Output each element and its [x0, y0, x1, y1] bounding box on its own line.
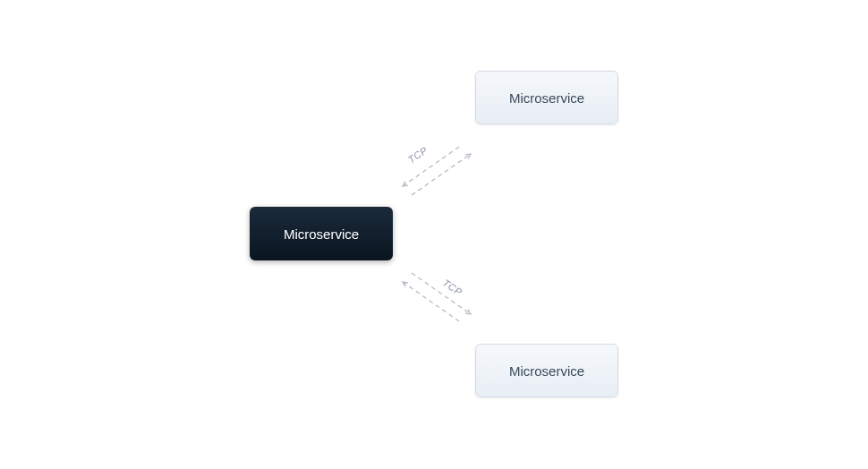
microservice-node-top-right: Microservice — [475, 71, 618, 124]
connector-bottom-label: TCP — [441, 277, 464, 297]
connector-bottom — [392, 262, 481, 334]
microservice-node-label: Microservice — [284, 226, 359, 242]
connector-top-label: TCP — [406, 144, 430, 165]
microservice-node-label: Microservice — [509, 90, 584, 106]
connector-top — [392, 134, 481, 206]
microservice-node-bottom-right: Microservice — [475, 344, 618, 397]
diagram-container: Microservice Microservice Microservice T… — [0, 0, 868, 469]
microservice-node-label: Microservice — [509, 363, 584, 379]
connector-arrow-line — [412, 273, 471, 314]
connector-arrow-line — [412, 154, 471, 195]
microservice-node-central: Microservice — [250, 207, 393, 260]
